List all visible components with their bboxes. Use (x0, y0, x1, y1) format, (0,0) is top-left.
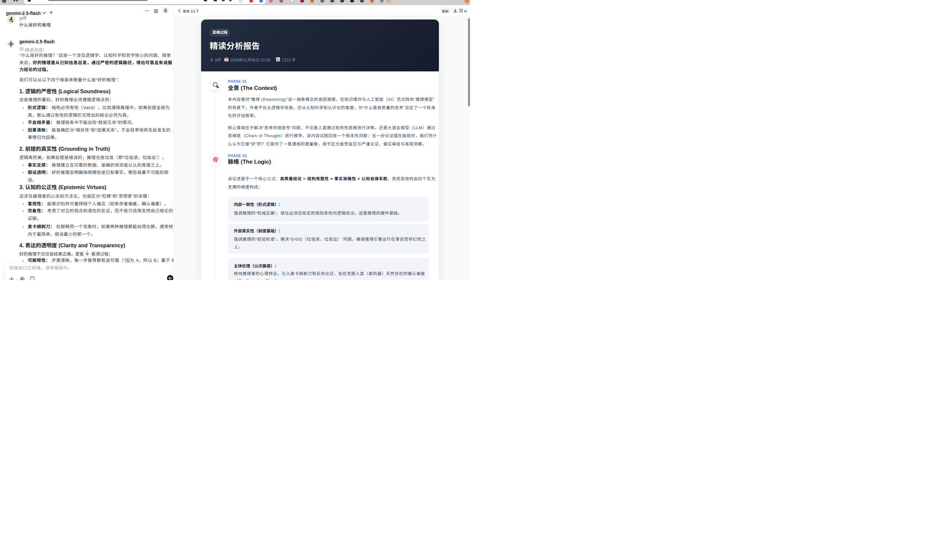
svg-text:17: 17 (225, 59, 228, 61)
